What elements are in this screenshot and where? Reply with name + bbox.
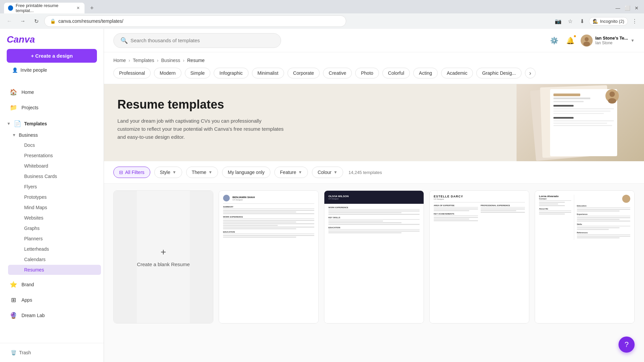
template-card-1[interactable]: BENJAMIN SHAH UX Designer SUMMARY <box>219 190 319 323</box>
template-card-4[interactable]: Lorna Alvarado Contact About Me <box>535 190 635 323</box>
sidebar-item-home[interactable]: 🏠 Home <box>3 85 101 100</box>
colour-label: Colour <box>318 170 331 175</box>
create-blank-card[interactable]: + Create a blank Resume <box>113 190 213 323</box>
home-label: Home <box>21 89 34 95</box>
chevron-down-feature-icon: ▼ <box>298 170 302 175</box>
download-icon[interactable]: ⬇ <box>577 16 588 26</box>
trash-button[interactable]: 🗑️ Trash <box>7 347 97 358</box>
minimize-button[interactable]: — <box>614 5 621 11</box>
filter-tag-creative[interactable]: Creative <box>323 68 352 78</box>
sidebar-item-flyers[interactable]: Flyers <box>8 182 101 192</box>
bookmark-icon[interactable]: ☆ <box>565 16 576 26</box>
app-container: Canva + Create a design 👤 Invite people … <box>0 29 644 362</box>
incognito-label: Incognito (2) <box>600 19 624 24</box>
nav-actions: ⚙️ 🔔 Ian Stone's Te... <box>548 35 635 47</box>
sidebar-item-resumes[interactable]: Resumes <box>8 265 101 275</box>
templates-section: + Create a blank Resume <box>104 184 644 330</box>
url-text: canva.com/resumes/templates/ <box>58 18 123 24</box>
sidebar-item-letterheads[interactable]: Letterheads <box>8 244 101 254</box>
help-button[interactable]: ? <box>619 337 635 353</box>
sidebar-item-whiteboard[interactable]: Whiteboard <box>8 161 101 171</box>
maximize-button[interactable]: ⬜ <box>624 5 631 11</box>
templates-section-header[interactable]: ▼ 📄 Templates <box>0 117 104 130</box>
filter-tag-photo[interactable]: Photo <box>355 68 379 78</box>
theme-filter-button[interactable]: Theme ▼ <box>186 167 218 178</box>
filter-tag-corporate[interactable]: Corporate <box>287 68 320 78</box>
filter-tag-colorful[interactable]: Colorful <box>382 68 410 78</box>
question-mark-icon: ? <box>625 340 629 349</box>
close-window-button[interactable]: ✕ <box>633 5 640 11</box>
close-tab-button[interactable]: ✕ <box>75 5 80 11</box>
settings-button[interactable]: ⚙️ <box>548 35 560 47</box>
filter-tag-simple[interactable]: Simple <box>185 68 211 78</box>
sidebar-item-presentations[interactable]: Presentations <box>8 150 101 161</box>
resume-prof-experience: PROFESSIONAL EXPERIENCE <box>481 204 525 213</box>
breadcrumb-home[interactable]: Home <box>113 58 126 63</box>
apps-label: Apps <box>21 297 32 303</box>
template-card-2[interactable]: OLIVIA WILSON UX Designer WORK EXPERIENC… <box>324 190 424 323</box>
language-filter-button[interactable]: My language only <box>222 167 270 178</box>
business-subsection-header[interactable]: ▼ Business <box>5 130 104 140</box>
business-label: Business <box>19 132 38 138</box>
sidebar-item-prototypes[interactable]: Prototypes <box>8 192 101 202</box>
sidebar-item-dream-lab[interactable]: 🔮 Dream Lab <box>3 308 101 323</box>
filter-tag-graphic-design[interactable]: Graphic Desig... <box>476 68 521 78</box>
incognito-icon: 🕵️ <box>593 19 598 24</box>
sidebar-item-mind-maps[interactable]: Mind Maps <box>8 202 101 213</box>
search-bar[interactable]: 🔍 <box>113 33 281 48</box>
search-input[interactable] <box>130 38 274 43</box>
resume-name-2: OLIVIA WILSON <box>328 195 420 198</box>
feature-filter-button[interactable]: Feature ▼ <box>274 167 308 178</box>
colour-filter-button[interactable]: Colour ▼ <box>312 167 343 178</box>
address-bar[interactable]: 🔒 canva.com/resumes/templates/ <box>44 15 346 27</box>
hero-text: Resume templates Land your dream job wit… <box>104 84 517 161</box>
sidebar-item-graphs[interactable]: Graphs <box>8 223 101 233</box>
filter-tag-infographic[interactable]: Infographic <box>214 68 248 78</box>
resume-two-col-4: Lorna Alvarado Contact About Me <box>539 195 630 240</box>
templates-grid: + Create a blank Resume <box>113 190 635 323</box>
sidebar-item-brand[interactable]: ⭐ Brand <box>3 277 101 292</box>
resume-title-1: UX Designer <box>232 199 255 201</box>
sidebar-item-websites[interactable]: Websites <box>8 213 101 223</box>
resume-skills-4: Skills <box>577 223 630 230</box>
sidebar-item-projects[interactable]: 📁 Projects <box>3 100 101 115</box>
plus-icon: + <box>161 247 166 257</box>
filter-tag-modern[interactable]: Modern <box>154 68 181 78</box>
create-design-button[interactable]: + Create a design <box>7 49 97 63</box>
browser-toolbar: ← → ↻ 🔒 canva.com/resumes/templates/ 📷 ☆… <box>0 13 644 29</box>
reload-button[interactable]: ↻ <box>31 16 42 26</box>
breadcrumb-templates[interactable]: Templates <box>133 58 154 63</box>
profile-dropdown[interactable]: Ian Stone's Te... Ian Stone ▼ <box>581 35 635 47</box>
hero-title: Resume templates <box>117 98 503 112</box>
more-options-icon[interactable]: ⋮ <box>629 16 640 26</box>
language-label: My language only <box>228 170 265 175</box>
filter-tag-acting[interactable]: Acting <box>413 68 438 78</box>
resume-title-3: UX Designer <box>434 198 525 200</box>
filter-tag-academic[interactable]: Academic <box>441 68 473 78</box>
sidebar-item-apps[interactable]: ⊞ Apps <box>3 293 101 307</box>
invite-people-button[interactable]: 👤 Invite people <box>7 64 97 76</box>
sidebar-item-planners[interactable]: Planners <box>8 234 101 244</box>
forward-button[interactable]: → <box>17 16 28 26</box>
style-filter-button[interactable]: Style ▼ <box>154 167 182 178</box>
camera-icon[interactable]: 📷 <box>553 16 564 26</box>
all-filters-button[interactable]: ⊟ All Filters <box>113 167 150 178</box>
filter-tag-professional[interactable]: Professional <box>113 68 151 78</box>
sidebar-item-docs[interactable]: Docs <box>8 140 101 150</box>
resume-section-skills-2: KEY SKILLS <box>328 217 420 225</box>
filter-tag-minimalist[interactable]: Minimalist <box>252 68 284 78</box>
resume-header-1: BENJAMIN SHAH UX Designer <box>223 195 314 204</box>
svg-rect-15 <box>553 123 607 124</box>
new-tab-button[interactable]: + <box>87 3 97 13</box>
notifications-button[interactable]: 🔔 <box>565 35 577 47</box>
browser-tab[interactable]: Free printable resume templat... ✕ <box>4 3 85 13</box>
back-button[interactable]: ← <box>4 16 15 26</box>
sidebar-footer: 🗑️ Trash <box>0 343 104 362</box>
incognito-profile-button[interactable]: 🕵️ Incognito (2) <box>589 17 628 25</box>
filter-scroll-right-button[interactable]: › <box>525 68 536 78</box>
breadcrumb-business[interactable]: Business <box>161 58 180 63</box>
sidebar-item-business-cards[interactable]: Business Cards <box>8 171 101 181</box>
hero-section: Resume templates Land your dream job wit… <box>104 84 644 161</box>
sidebar-item-calendars[interactable]: Calendars <box>8 254 101 264</box>
template-card-3[interactable]: ESTELLE DARCY UX Designer AREA OF EXPERT… <box>429 190 529 323</box>
